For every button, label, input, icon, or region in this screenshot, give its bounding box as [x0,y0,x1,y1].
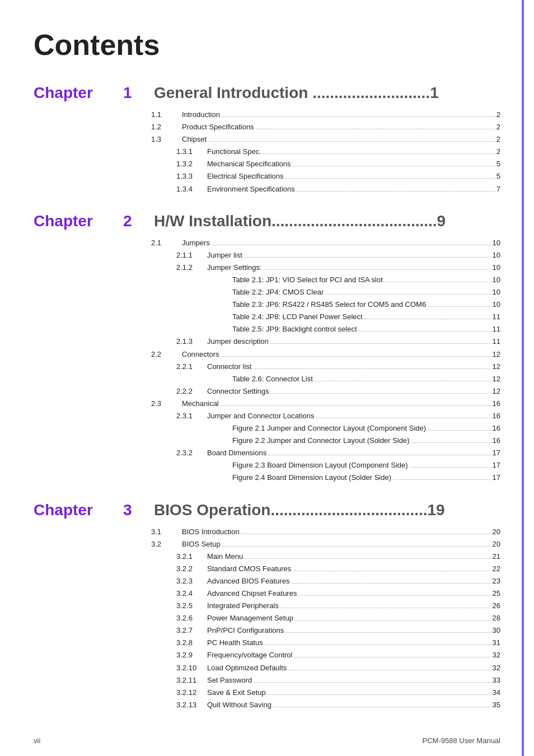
toc-line: 3.2.3Advanced BIOS Features23 [151,575,500,587]
toc-dots [268,694,491,695]
toc-page-num: 11 [493,323,500,335]
toc-page-num: 26 [493,600,500,612]
toc-dots [385,282,491,282]
toc-section-num: 2.1.1 [176,249,207,262]
toc-line: 3.2.10Load Optimized Defaults32 [151,662,500,674]
toc-section-num: 3.2.7 [176,624,207,637]
toc-line: 1.3.4Environment Specifications7 [151,183,500,195]
toc-line: Figure 2.1 Jumper and Connector Layout (… [151,422,500,435]
toc-page-num: 10 [493,298,500,311]
toc-section-label: Figure 2.1 Jumper and Connector Layout (… [232,422,426,435]
toc-section-text: Table 2.6: Connector List12 [232,373,500,385]
toc-section-label: Standard CMOS Features [207,563,291,575]
toc-page-num: 34 [493,687,500,699]
toc-dots [265,645,491,645]
toc-section-text: PnP/PCI Configurations30 [207,624,500,637]
toc-section-label: Jumpers [182,237,210,249]
toc-line: 2.1Jumpers10 [151,237,500,249]
toc-section-text: PC Health Status31 [207,637,500,649]
toc-section-num: 3.2.11 [176,674,207,687]
toc-line: 1.3Chipset2 [151,133,500,146]
toc-section-label: Jumper list [207,249,242,262]
toc-line: 3.2.4Advanced Chipset Features25 [151,587,500,600]
toc-section-text: Board Dimensions17 [207,447,500,459]
toc-line: 3.2.1Main Menu21 [151,550,500,563]
toc-section-label: Connectors [182,348,219,361]
toc-section-num: 2.3 [151,398,182,410]
toc-page-num: 22 [493,563,500,575]
footer-manual-name: PCM-9588 User Manual [423,736,500,745]
toc-page-num: 10 [493,262,500,274]
toc-page-num: 17 [493,447,500,459]
toc-line: 2.3Mechanical16 [151,398,500,410]
toc-dots [268,455,490,455]
footer-page-number: vii [34,736,40,745]
toc-section-text: Jumper and Connector Locations16 [207,410,500,422]
toc-line: 3.2.7PnP/PCI Configurations30 [151,624,500,637]
toc-line: 3.2.11Set Password33 [151,674,500,687]
toc-section-num: 1.1 [151,109,182,121]
toc-section-label: Advanced Chipset Features [207,587,297,600]
toc-page-num: 23 [493,575,500,587]
toc-section-num [202,373,232,385]
toc-page-num: 12 [493,361,500,373]
toc-dots [285,632,490,633]
toc-section-num [202,422,232,435]
toc-page-num: 30 [493,624,500,637]
toc-page-num: 32 [493,662,500,674]
toc-page-num: 2 [496,146,500,158]
toc-page-num: 5 [496,158,500,170]
toc-dots [294,657,490,657]
toc-section-num: 3.2.12 [176,687,207,699]
toc-section-num: 2.2.2 [176,385,207,398]
toc-page-num: 17 [493,459,500,472]
toc-line: 3.2.9Frequency/voltage Control32 [151,649,500,661]
toc-page-num: 20 [493,526,500,538]
toc-section-label: Figure 2.3 Board Dimension Layout (Compo… [232,459,408,472]
toc-dots [208,141,495,142]
toc-section-label: Chipset [182,133,207,146]
toc-section-num: 3.2.5 [176,600,207,612]
toc-section-num [202,323,232,335]
toc-line: Table 2.3: JP6: RS422 / RS485 Select for… [151,298,500,311]
toc-section-text: Set Password33 [207,674,500,687]
toc-section-num: 1.3 [151,133,182,146]
toc-section-label: Connector Settings [207,385,269,398]
toc-section-label: Board Dimensions [207,447,266,459]
toc-dots [241,534,491,534]
toc-section-num: 3.2.8 [176,637,207,649]
toc-line: 2.3.2Board Dimensions17 [151,447,500,459]
toc-line: 3.2.2Standard CMOS Features22 [151,563,500,575]
chapter-3-label: Chapter [34,501,123,519]
toc-dots [428,430,490,431]
toc-section-num: 2.3.2 [176,447,207,459]
toc-section-text: Table 2.5: JP9: Backlight control select… [232,323,500,335]
toc-section-label: Table 2.6: Connector List [232,373,313,385]
toc-section-text: Main Menu21 [207,550,500,563]
toc-section-text: Standard CMOS Features22 [207,563,500,575]
toc-line: 3.2.12Save & Exit Setup34 [151,687,500,699]
toc-dots [325,294,490,295]
toc-section-num [202,286,232,298]
toc-container: Chapter1General Introduction ...........… [34,84,500,711]
toc-section-text: Figure 2.4 Board Dimension Layout (Solde… [232,472,500,484]
toc-section-label: PC Health Status [207,637,263,649]
toc-dots [291,583,490,584]
chapter-1-section: Chapter1General Introduction ...........… [34,84,500,195]
toc-section-num: 2.3.1 [176,410,207,422]
toc-section-num: 3.1 [151,526,182,538]
toc-line: 3.2.6Power Management Setup28 [151,612,500,624]
toc-dots [270,343,491,344]
toc-dots [288,670,490,670]
toc-section-label: Table 2.5: JP9: Backlight control select [232,323,357,335]
toc-section-text: Jumper list10 [207,249,500,262]
toc-page-num: 2 [496,133,500,146]
toc-section-num: 1.3.4 [176,183,207,195]
right-border-decoration [522,0,524,756]
toc-page-num: 25 [493,587,500,600]
toc-section-text: BIOS Introduction20 [182,526,500,538]
toc-line: 2.2.1Connector list12 [151,361,500,373]
toc-section-num: 1.2 [151,121,182,133]
toc-dots [221,356,490,357]
toc-dots [263,153,495,154]
